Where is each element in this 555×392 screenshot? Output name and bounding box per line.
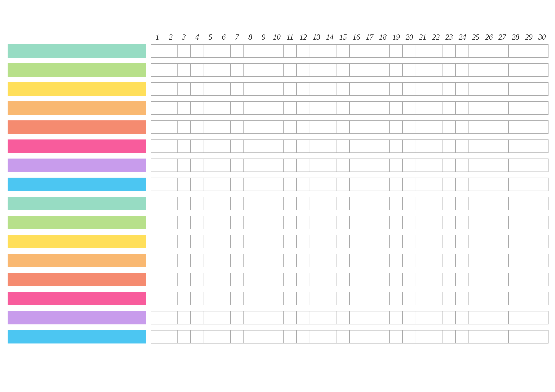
grid-cell[interactable] — [310, 121, 323, 133]
grid-cell[interactable] — [178, 311, 191, 324]
grid-cell[interactable] — [469, 83, 482, 95]
grid-cell[interactable] — [151, 311, 164, 324]
grid-cell[interactable] — [469, 159, 482, 171]
grid-cell[interactable] — [363, 45, 376, 57]
grid-cell[interactable] — [522, 330, 535, 343]
grid-cell[interactable] — [297, 140, 310, 152]
grid-cell[interactable] — [257, 330, 270, 343]
grid-cell[interactable] — [151, 197, 164, 210]
grid-cell[interactable] — [390, 216, 403, 229]
grid-cell[interactable] — [535, 330, 548, 343]
grid-cell[interactable] — [482, 292, 495, 305]
grid-cell[interactable] — [535, 83, 548, 95]
grid-cell[interactable] — [284, 102, 297, 114]
grid-cell[interactable] — [403, 83, 416, 95]
grid-cell[interactable] — [191, 235, 204, 248]
grid-cell[interactable] — [310, 83, 323, 95]
habit-label[interactable] — [7, 101, 146, 115]
grid-cell[interactable] — [350, 216, 363, 229]
grid-cell[interactable] — [522, 216, 535, 229]
grid-cell[interactable] — [456, 121, 469, 133]
grid-cell[interactable] — [363, 330, 376, 343]
grid-cell[interactable] — [509, 83, 522, 95]
grid-cell[interactable] — [403, 197, 416, 210]
grid-cell[interactable] — [390, 83, 403, 95]
grid-cell[interactable] — [403, 140, 416, 152]
grid-cell[interactable] — [456, 178, 469, 191]
grid-cell[interactable] — [429, 235, 443, 248]
grid-cell[interactable] — [164, 216, 178, 229]
grid-cell[interactable] — [151, 83, 164, 95]
grid-cell[interactable] — [456, 292, 469, 305]
grid-cell[interactable] — [522, 178, 535, 191]
habit-label[interactable] — [7, 197, 146, 210]
grid-cell[interactable] — [310, 273, 323, 286]
grid-cell[interactable] — [403, 64, 416, 76]
grid-cell[interactable] — [191, 159, 204, 171]
grid-cell[interactable] — [416, 159, 429, 171]
grid-cell[interactable] — [204, 83, 217, 95]
grid-cell[interactable] — [178, 273, 191, 286]
grid-cell[interactable] — [509, 292, 522, 305]
grid-cell[interactable] — [376, 121, 390, 133]
habit-label[interactable] — [7, 44, 146, 58]
grid-cell[interactable] — [535, 292, 548, 305]
grid-cell[interactable] — [522, 83, 535, 95]
grid-cell[interactable] — [217, 83, 230, 95]
grid-cell[interactable] — [257, 254, 270, 267]
grid-cell[interactable] — [390, 273, 403, 286]
grid-cell[interactable] — [178, 45, 191, 57]
grid-cell[interactable] — [509, 311, 522, 324]
grid-cell[interactable] — [363, 83, 376, 95]
habit-label[interactable] — [7, 235, 146, 248]
grid-cell[interactable] — [443, 235, 456, 248]
grid-cell[interactable] — [469, 102, 482, 114]
grid-cell[interactable] — [522, 159, 535, 171]
grid-cell[interactable] — [482, 273, 495, 286]
grid-cell[interactable] — [204, 292, 217, 305]
grid-cell[interactable] — [323, 216, 336, 229]
grid-cell[interactable] — [535, 311, 548, 324]
grid-cell[interactable] — [376, 83, 390, 95]
grid-cell[interactable] — [456, 216, 469, 229]
habit-label[interactable] — [7, 273, 146, 286]
grid-cell[interactable] — [178, 254, 191, 267]
habit-label[interactable] — [7, 254, 146, 267]
grid-cell[interactable] — [495, 45, 509, 57]
grid-cell[interactable] — [204, 235, 217, 248]
grid-cell[interactable] — [257, 121, 270, 133]
grid-cell[interactable] — [217, 197, 230, 210]
grid-cell[interactable] — [336, 273, 350, 286]
grid-cell[interactable] — [495, 197, 509, 210]
grid-cell[interactable] — [270, 83, 284, 95]
grid-cell[interactable] — [535, 216, 548, 229]
grid-cell[interactable] — [231, 216, 244, 229]
grid-cell[interactable] — [495, 254, 509, 267]
grid-cell[interactable] — [376, 254, 390, 267]
grid-cell[interactable] — [151, 159, 164, 171]
grid-cell[interactable] — [390, 140, 403, 152]
grid-cell[interactable] — [217, 273, 230, 286]
grid-cell[interactable] — [336, 235, 350, 248]
grid-cell[interactable] — [310, 140, 323, 152]
grid-cell[interactable] — [336, 45, 350, 57]
grid-cell[interactable] — [509, 45, 522, 57]
grid-cell[interactable] — [403, 292, 416, 305]
grid-cell[interactable] — [270, 140, 284, 152]
grid-cell[interactable] — [535, 45, 548, 57]
grid-cell[interactable] — [363, 254, 376, 267]
grid-cell[interactable] — [323, 311, 336, 324]
grid-cell[interactable] — [151, 216, 164, 229]
grid-cell[interactable] — [390, 45, 403, 57]
grid-cell[interactable] — [509, 254, 522, 267]
grid-cell[interactable] — [204, 178, 217, 191]
grid-cell[interactable] — [336, 311, 350, 324]
grid-cell[interactable] — [231, 178, 244, 191]
grid-cell[interactable] — [376, 64, 390, 76]
grid-cell[interactable] — [456, 45, 469, 57]
grid-cell[interactable] — [178, 121, 191, 133]
grid-cell[interactable] — [178, 140, 191, 152]
grid-cell[interactable] — [390, 159, 403, 171]
grid-cell[interactable] — [456, 159, 469, 171]
grid-cell[interactable] — [178, 197, 191, 210]
